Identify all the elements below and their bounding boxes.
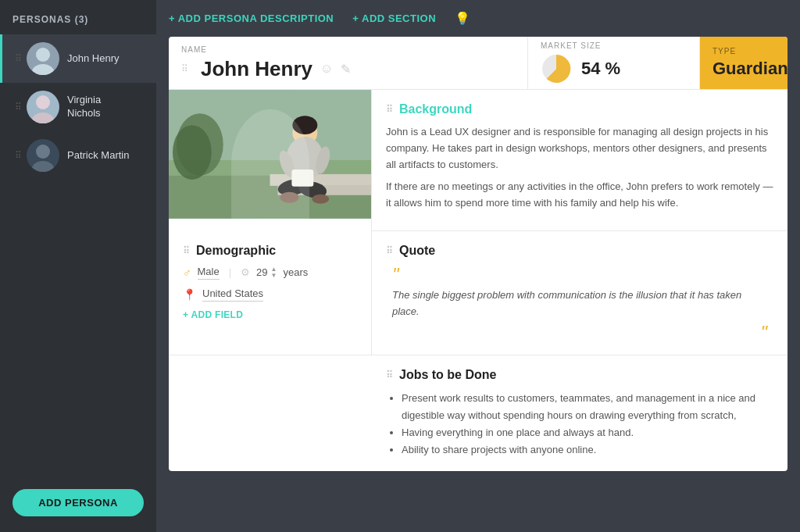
type-row: Guardian 💡: [712, 59, 788, 79]
market-pie-chart: [541, 53, 572, 84]
svg-point-13: [173, 125, 212, 180]
sidebar-item-patrick-martin[interactable]: ⠿ Patrick Martin: [0, 131, 156, 180]
main-content: + ADD PERSONA DESCRIPTION + ADD SECTION …: [156, 0, 800, 532]
type-section: TYPE Guardian 💡: [700, 37, 788, 89]
persona-illustration: [169, 90, 371, 219]
jobs-title: ⠿ Jobs to be Done: [386, 368, 773, 382]
quote-text-block: " The single biggest problem with commun…: [386, 266, 773, 342]
sidebar: PERSONAS (3) ⠿ John Henry ⠿ VirginiaNich…: [0, 0, 156, 532]
svg-point-17: [277, 148, 298, 179]
type-value: Guardian: [712, 59, 788, 79]
age-stepper-buttons[interactable]: ▲▼: [271, 266, 277, 279]
quote-close-mark: ": [392, 323, 767, 342]
location-field: 📍 United States: [183, 287, 357, 302]
add-field-button[interactable]: + ADD FIELD: [183, 309, 357, 320]
background-title: ⠿ Background: [386, 102, 773, 116]
demographic-title-text: Demographic: [196, 244, 276, 258]
quote-title-text: Quote: [399, 244, 435, 258]
svg-point-22: [312, 195, 329, 204]
demographic-drag-handle: ⠿: [183, 245, 190, 256]
top-actions: + ADD PERSONA DESCRIPTION + ADD SECTION …: [169, 11, 788, 26]
gender-icon: ♂: [183, 266, 191, 279]
add-section-link[interactable]: + ADD SECTION: [352, 12, 436, 24]
avatar-patrick: [27, 139, 59, 172]
demographic-section: ⠿ Demographic ♂ Male | ⚙ 29 ▲▼ years: [169, 231, 372, 355]
persona-name-john: John Henry: [67, 52, 119, 66]
svg-point-5: [32, 161, 54, 172]
svg-point-0: [36, 48, 50, 62]
background-text-1: John is a Lead UX designer and is respon…: [386, 124, 773, 173]
jobs-section: ⠿ Jobs to be Done Present work results t…: [372, 355, 788, 471]
gender-gear-icon[interactable]: ⚙: [241, 266, 250, 278]
background-text-2: If there are no meetings or any activiti…: [386, 179, 773, 212]
jobs-item-2: Having everything in one place and alway…: [402, 424, 773, 441]
market-row: 54 %: [541, 53, 687, 84]
name-drag-handle: ⠿: [181, 63, 188, 74]
jobs-drag-handle: ⠿: [386, 370, 393, 380]
svg-rect-23: [291, 170, 313, 187]
market-size-value: 54 %: [581, 59, 620, 79]
avatar-john: [27, 42, 59, 75]
persona-display-name: John Henry: [201, 57, 312, 81]
gender-value: Male: [198, 266, 220, 280]
age-unit: years: [283, 266, 308, 278]
svg-point-15: [292, 116, 317, 134]
quote-body: The single biggest problem with communic…: [392, 289, 741, 317]
age-number: 29: [256, 266, 267, 278]
persona-name-virginia: VirginiaNichols: [67, 94, 101, 120]
add-persona-button[interactable]: ADD PERSONA: [12, 489, 144, 516]
card-body: ⠿ Background John is a Lead UX designer …: [169, 90, 788, 471]
svg-point-3: [32, 112, 54, 123]
svg-rect-10: [270, 174, 372, 186]
avatar-virginia: [27, 91, 59, 123]
persona-photo: [169, 90, 371, 219]
svg-point-4: [36, 145, 50, 159]
name-section: NAME ⠿ John Henry ☺ ✎: [169, 37, 528, 89]
persona-card: NAME ⠿ John Henry ☺ ✎ MARKET SIZE: [169, 37, 788, 471]
age-stepper[interactable]: 29 ▲▼: [256, 266, 277, 279]
name-row: ⠿ John Henry ☺ ✎: [181, 57, 515, 81]
edit-icon[interactable]: ✎: [341, 62, 351, 77]
quote-drag-handle: ⠿: [386, 245, 393, 256]
drag-handle-john: ⠿: [15, 53, 22, 64]
svg-point-19: [277, 177, 310, 198]
person-icon[interactable]: ☺: [320, 62, 333, 76]
location-icon: 📍: [183, 288, 196, 301]
card-header: NAME ⠿ John Henry ☺ ✎ MARKET SIZE: [169, 37, 788, 90]
sidebar-item-virginia-nichols[interactable]: ⠿ VirginiaNichols: [0, 83, 156, 131]
svg-point-1: [32, 64, 54, 75]
jobs-title-text: Jobs to be Done: [399, 368, 496, 382]
gender-field: ♂ Male | ⚙ 29 ▲▼ years: [183, 266, 357, 280]
name-label: NAME: [181, 45, 515, 54]
location-value: United States: [202, 287, 263, 302]
jobs-item-1: Present work results to customers, teamm…: [402, 390, 773, 424]
svg-point-2: [36, 95, 50, 109]
background-drag-handle: ⠿: [386, 104, 393, 115]
demographic-title: ⠿ Demographic: [183, 244, 357, 258]
sidebar-item-john-henry[interactable]: ⠿ John Henry: [0, 34, 156, 83]
sidebar-title: PERSONAS (3): [0, 0, 156, 34]
add-description-link[interactable]: + ADD PERSONA DESCRIPTION: [169, 12, 334, 24]
background-section: ⠿ Background John is a Lead UX designer …: [372, 90, 788, 231]
type-label: TYPE: [712, 47, 788, 55]
drag-handle-patrick: ⠿: [15, 150, 22, 161]
market-section: MARKET SIZE 54 %: [528, 37, 700, 89]
quote-section: ⠿ Quote " The single biggest problem wit…: [372, 231, 788, 355]
jobs-item-3: Ability to share projects with anyone on…: [402, 441, 773, 459]
jobs-list: Present work results to customers, teamm…: [386, 390, 773, 459]
age-value: 29 ▲▼: [256, 266, 277, 279]
quote-title: ⠿ Quote: [386, 244, 773, 258]
persona-name-patrick: Patrick Martin: [67, 149, 129, 162]
quote-open-mark: ": [392, 266, 767, 284]
svg-point-21: [280, 192, 298, 203]
persona-photo-cell: [169, 90, 372, 231]
drag-handle-virginia: ⠿: [15, 102, 22, 112]
lightbulb-icon[interactable]: 💡: [455, 11, 470, 26]
background-title-text: Background: [399, 102, 472, 116]
market-label: MARKET SIZE: [541, 41, 687, 50]
